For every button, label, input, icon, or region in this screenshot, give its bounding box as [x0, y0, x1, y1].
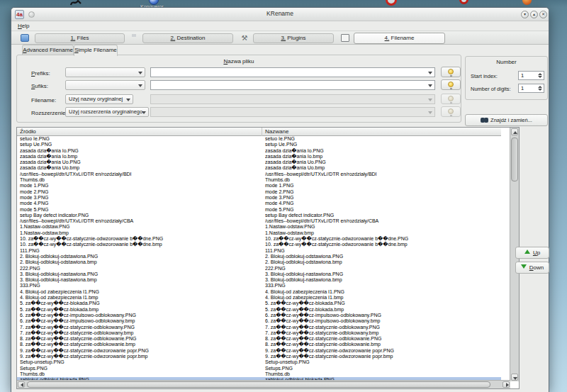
table-row[interactable]: 333.PNG333.PNG	[17, 283, 501, 289]
tab-simple-filename[interactable]: Simple Filename	[74, 45, 118, 56]
opera-icon[interactable]	[386, 0, 397, 6]
table-row[interactable]: mode 4.PNGmode 4.PNG	[17, 201, 501, 206]
table-row[interactable]: 9. za��cz-wy��cz-statycznie-odwzorowanie…	[17, 348, 501, 354]
table-row[interactable]: mode 1.PNGmode 1.PNG	[17, 183, 501, 189]
start-index-label: Start index:	[471, 73, 498, 79]
extension-combo[interactable]: Użyj rozszerzenia oryginalnego	[65, 107, 149, 117]
prefix-value-combo[interactable]	[150, 67, 435, 77]
window-title: KRename	[11, 10, 549, 17]
table-row[interactable]: 2. Blokuj-odblokuj-odstawiona.bmp2. Blok…	[17, 259, 501, 265]
table-row[interactable]: 1.Nastaw-odstaw.bmp1.Nastaw-odstaw.bmp	[17, 230, 501, 236]
step-filename-button[interactable]: 4. Filename	[354, 33, 445, 44]
chevron-down-icon	[428, 84, 432, 87]
table-row[interactable]: Thumbs.dbThumbs.db	[17, 177, 501, 183]
table-row[interactable]: 9. za��cz-wy��cz-statycznie-odwzorowanie…	[17, 354, 501, 359]
table-row[interactable]: zasada dzia�ania Io.bmpzasada dzia�ania …	[17, 154, 501, 159]
simple-filename-panel: Nazwa pliku Prefiks: Sufiks: Filename: U…	[16, 55, 461, 123]
extension-insert-button	[441, 106, 461, 117]
table-row[interactable]: mode 5.PNGmode 5.PNG	[17, 207, 501, 213]
number-group-title: Number	[466, 59, 547, 65]
column-header-source[interactable]: Źródło	[17, 128, 262, 136]
table-row[interactable]: zasada dzia�ania Uo.bmpzasada dzia�ania …	[17, 165, 501, 171]
chevron-down-icon	[142, 111, 146, 114]
suffix-combo[interactable]	[65, 80, 145, 90]
maximize-button[interactable]: ▴	[530, 11, 538, 18]
table-row[interactable]: 7. za��cz-wy��cz-statycznie-odblokowany.…	[17, 325, 501, 330]
table-row[interactable]: 3. Blokuj-odblokuj-nastawiona.PNG3. Blok…	[17, 271, 501, 277]
table-row[interactable]: 8. za��cz-wy��cz-statycznie-odblokowanie…	[17, 336, 501, 342]
move-down-button[interactable]: Down	[515, 262, 549, 274]
table-row[interactable]: /usr/files--bowepl/dtr/UTXvL//DTR en/roz…	[17, 172, 501, 177]
arrow-down-icon	[513, 377, 517, 380]
step-destination-button[interactable]: 2. Destination	[142, 33, 233, 43]
table-row[interactable]: zasada dzia�ania Io.PNGzasada dzia�ania …	[17, 148, 501, 154]
find-replace-button[interactable]: Znajdź i zamień...	[465, 114, 548, 126]
table-row[interactable]: 5. za��cz-wy��cz-blokada.bmp5. za��cz-wy…	[17, 307, 501, 313]
step-files-button[interactable]: 1. Files	[35, 33, 125, 43]
table-row[interactable]: setuo Ie.PNGsetuo Ie.PNG	[17, 136, 501, 142]
minimize-button[interactable]: ▾	[521, 11, 529, 18]
move-up-button[interactable]: Up	[515, 247, 549, 259]
step-plugins-button[interactable]: 3. Plugins	[253, 33, 334, 43]
prefix-combo[interactable]	[65, 67, 145, 77]
screen-icon	[341, 34, 349, 42]
spin-up-icon[interactable]	[538, 86, 542, 88]
start-index-spinner[interactable]: 1	[518, 71, 544, 80]
table-row[interactable]: 5. za��cz-wy��cz-blokada.PNG5. za��cz-wy…	[17, 301, 501, 306]
table-row[interactable]: mode 3.PNGmode 3.PNG	[17, 195, 501, 201]
table-row[interactable]: 1.Nastaw-odstaw.PNG1.Nastaw-odstaw.PNG	[17, 224, 501, 230]
table-row[interactable]: 2. Blokuj-odblokuj-odstawiona.PNG2. Blok…	[17, 254, 501, 259]
table-row[interactable]: Thumbs.dbThumbs.db	[17, 371, 501, 377]
table-row[interactable]: Setups.PNGSetups.PNG	[17, 366, 501, 371]
close-button[interactable]: ✕	[539, 11, 547, 18]
filename-insert-button	[441, 94, 461, 104]
step-toolbar: 1. Files 2. Destination 3. Plugins 4. Fi…	[11, 32, 549, 45]
digits-spinner[interactable]: 1	[518, 84, 544, 93]
files-icon	[21, 34, 29, 42]
chevron-down-icon	[428, 99, 432, 101]
vertical-scroll-thumb[interactable]	[511, 138, 518, 181]
bulb-icon	[448, 96, 454, 101]
table-row[interactable]: 4. Blokuj-od zabezpieczenia I1.PNG4. Blo…	[17, 289, 501, 295]
green-down-triangle-icon	[521, 264, 527, 269]
suffix-value-combo[interactable]	[150, 80, 435, 90]
opera2-icon[interactable]	[459, 0, 468, 4]
table-header: Źródło Nazwane	[17, 128, 501, 136]
scroll-up-button[interactable]	[511, 128, 518, 135]
mozilla-icon[interactable]	[522, 0, 532, 5]
table-row[interactable]: 10. za��cz-wy��cz-statycznie-odwzorowani…	[17, 242, 501, 247]
spin-up-icon[interactable]	[538, 73, 542, 75]
table-row[interactable]: 222.PNG222.PNG	[17, 266, 501, 271]
horizontal-scroll-thumb[interactable]	[27, 381, 490, 388]
spin-down-icon[interactable]	[538, 89, 542, 91]
table-row[interactable]: 111.PNG111.PNG	[17, 248, 501, 254]
table-row[interactable]: 8. za��cz-wy��cz-statycznie-odblokowanie…	[17, 342, 501, 347]
table-row[interactable]: Setup-unsetup.PNGSetup-unsetup.PNG	[17, 359, 501, 365]
scroll-right-button[interactable]	[503, 381, 510, 388]
suffix-insert-button[interactable]	[441, 79, 461, 90]
horizontal-scrollbar[interactable]	[17, 380, 510, 388]
chevron-down-icon	[138, 72, 142, 74]
table-row[interactable]: zasada dzia�ania Uo.PNGzasada dzia�ania …	[17, 159, 501, 165]
table-row[interactable]: setup Bay defect indicator.PNGsetup Bay …	[17, 213, 501, 218]
titlebar[interactable]: 4a KRename ▾ ▴ ✕	[11, 8, 549, 21]
prefix-insert-button[interactable]	[441, 67, 461, 77]
table-row[interactable]: 7. za��cz-wy��cz-statycznie-odblokowany.…	[17, 330, 501, 336]
table-row[interactable]: 4. Blokuj-od zabezpieczenia I1.bmp4. Blo…	[17, 295, 501, 301]
binoculars-icon	[481, 118, 488, 123]
table-row[interactable]: 6. za��cz-wy��cz-impulsowo-odblokowany.b…	[17, 318, 501, 324]
menu-help[interactable]: Help	[15, 22, 32, 30]
tab-advanced-filename[interactable]: Advanced Filename	[22, 45, 74, 55]
scroll-down-button[interactable]	[511, 374, 518, 381]
scribble-icon[interactable]	[69, 0, 82, 6]
table-row[interactable]: 3. Blokuj-odblokuj-nastawiona.bmp3. Blok…	[17, 277, 501, 283]
table-row[interactable]: /usr/files--bowepl/dtr/UTXvL//DTR en/roz…	[17, 218, 501, 224]
table-row[interactable]: setup Ue.PNGsetup Ue.PNG	[17, 142, 501, 147]
spin-down-icon[interactable]	[538, 76, 542, 78]
table-row[interactable]: mode 2.PNGmode 2.PNG	[17, 189, 501, 195]
filename-combo[interactable]: Użyj nazwy oryginalnej	[65, 94, 133, 104]
column-header-renamed[interactable]: Nazwane	[262, 128, 501, 136]
table-row[interactable]: 10. za��cz-wy��cz-statycznie-odwzorowani…	[17, 236, 501, 242]
table-row[interactable]: 6. za��cz-wy��cz-impulsowo-odblokowany.P…	[17, 313, 501, 318]
scroll-left-button[interactable]	[18, 381, 25, 388]
